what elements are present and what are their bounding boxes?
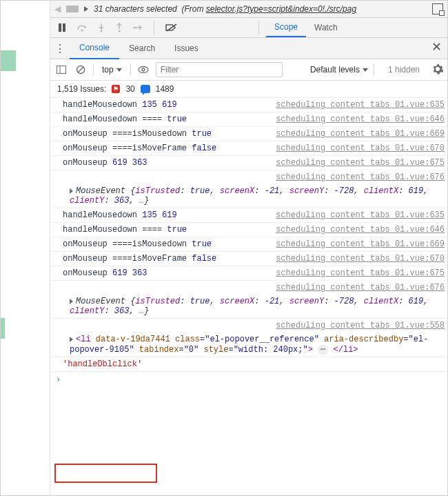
console-row[interactable]: handleMousedown 135 619scheduling_conten… (50, 98, 447, 112)
svg-rect-1 (63, 23, 65, 32)
source-link[interactable]: scheduling_content_tabs_01.vue:669 (272, 239, 445, 249)
source-link[interactable]: scheduling_content_tabs_01.vue:676 (272, 172, 445, 182)
issues-label: 1,519 Issues: (57, 84, 106, 94)
source-link[interactable]: scheduling_content_tabs_01.vue:635 (272, 100, 445, 110)
console-row[interactable]: MouseEvent {isTrusted: true, screenX: -2… (50, 184, 447, 208)
clear-console-icon[interactable] (74, 65, 88, 75)
console-row[interactable]: handleMousedown ==== truescheduling_cont… (50, 112, 447, 127)
info-bubble-icon (141, 85, 150, 93)
step-over-icon[interactable] (77, 23, 88, 32)
console-row[interactable]: onMouseup 619 363scheduling_content_tabs… (50, 156, 447, 170)
scope-watch-tabs: Scope Watch (266, 18, 346, 37)
console-row[interactable]: onMouseup ====isMoveFrame falseschedulin… (50, 141, 447, 156)
deactivate-breakpoints-icon[interactable] (165, 23, 178, 32)
chevron-right-icon[interactable] (84, 6, 88, 12)
error-flag-icon: ⚑ (112, 85, 120, 93)
console-row[interactable]: handleMousedown ==== truescheduling_cont… (50, 223, 447, 237)
source-link[interactable]: scheduling_content_tabs_01.vue:635 (272, 210, 445, 220)
tab-issues[interactable]: Issues (165, 38, 208, 59)
panel-layout-icon[interactable] (432, 3, 443, 14)
source-link[interactable]: selector.js?type=script&index=0!./src/pa… (206, 4, 356, 14)
console-row[interactable]: onMouseup 619 363scheduling_content_tabs… (50, 266, 447, 281)
close-drawer-icon[interactable]: ✕ (431, 41, 442, 53)
gutter-highlight (1, 318, 5, 339)
svg-line-13 (78, 67, 83, 72)
expand-icon[interactable] (70, 188, 73, 194)
source-link[interactable]: scheduling_content_tabs_01.vue:670 (272, 254, 445, 264)
drawer-tabs: ⋮ Console Search Issues ✕ (50, 38, 447, 59)
console-messages[interactable]: handleMousedown 135 619scheduling_conten… (50, 98, 447, 495)
console-row[interactable]: scheduling_content_tabs_01.vue:558 (50, 319, 447, 333)
error-count: 30 (125, 84, 134, 94)
svg-rect-10 (57, 66, 66, 74)
editor-gutter-strip (1, 1, 50, 495)
svg-point-5 (118, 30, 120, 32)
step-out-icon[interactable] (115, 23, 123, 32)
chevron-down-icon (116, 68, 122, 72)
tab-console[interactable]: Console (70, 37, 119, 59)
source-link[interactable]: scheduling_content_tabs_01.vue:646 (272, 115, 445, 124)
console-row[interactable]: onMouseup ====isMousedown truescheduling… (50, 237, 447, 252)
ellipsis-icon[interactable]: ⋯ (318, 345, 328, 355)
source-link[interactable]: scheduling_content_tabs_01.vue:675 (272, 268, 445, 278)
chevron-down-icon (363, 68, 368, 72)
source-link[interactable]: scheduling_content_tabs_01.vue:669 (272, 129, 445, 139)
svg-point-8 (133, 26, 135, 28)
live-expression-icon[interactable] (136, 66, 150, 74)
tab-watch[interactable]: Watch (306, 18, 346, 37)
pause-icon[interactable] (57, 23, 67, 32)
svg-point-2 (81, 29, 83, 31)
step-icon[interactable] (133, 23, 143, 32)
execution-context-selector[interactable]: top (99, 65, 125, 75)
more-tabs-icon[interactable]: ⋮ (50, 42, 70, 55)
tab-search[interactable]: Search (119, 38, 165, 59)
console-row[interactable]: scheduling_content_tabs_01.vue:676 (50, 170, 447, 184)
source-link[interactable]: scheduling_content_tabs_01.vue:676 (272, 283, 445, 292)
gear-icon[interactable] (432, 63, 443, 77)
sidebar-toggle-icon[interactable] (54, 66, 68, 74)
info-count: 1489 (156, 84, 174, 94)
issues-summary[interactable]: 1,519 Issues: ⚑ 30 1489 (50, 81, 447, 98)
gutter-highlight (1, 50, 16, 71)
svg-point-3 (100, 30, 102, 32)
console-row[interactable]: <li data-v-19da7441 class="el-popover__r… (50, 333, 447, 357)
expand-icon[interactable] (70, 337, 73, 342)
source-link[interactable]: scheduling_content_tabs_01.vue:558 (272, 321, 445, 330)
console-row[interactable]: 'handleDblclick' (50, 357, 447, 372)
debugger-toolbar: Scope Watch (50, 18, 447, 38)
console-row[interactable]: onMouseup ====isMousedown truescheduling… (50, 127, 447, 141)
console-prompt[interactable]: › (50, 372, 447, 387)
sources-topbar: ◀ 31 characters selected (From selector.… (50, 1, 447, 18)
source-link[interactable]: scheduling_content_tabs_01.vue:675 (272, 158, 445, 168)
console-row[interactable]: MouseEvent {isTrusted: true, screenX: -2… (50, 295, 447, 319)
hidden-count[interactable]: 1 hidden (388, 65, 420, 75)
tab-stub (66, 6, 79, 12)
step-into-icon[interactable] (97, 23, 105, 32)
selection-status: 31 characters selected (From selector.js… (94, 4, 427, 14)
source-link[interactable]: scheduling_content_tabs_01.vue:646 (272, 225, 445, 235)
tab-scope[interactable]: Scope (266, 18, 306, 37)
svg-rect-0 (59, 23, 61, 32)
console-row[interactable]: scheduling_content_tabs_01.vue:676 (50, 281, 447, 295)
svg-point-14 (139, 67, 148, 73)
log-levels-selector[interactable]: Default levels (310, 65, 368, 75)
filter-input[interactable] (156, 62, 283, 77)
chevron-left-icon[interactable]: ◀ (54, 4, 61, 14)
source-link[interactable]: scheduling_content_tabs_01.vue:670 (272, 143, 445, 153)
expand-icon[interactable] (70, 299, 73, 304)
console-row[interactable]: handleMousedown 135 619scheduling_conten… (50, 208, 447, 223)
svg-point-15 (142, 68, 145, 71)
console-row[interactable]: onMouseup ====isMoveFrame falseschedulin… (50, 252, 447, 266)
console-toolbar: top Default levels 1 hidden (50, 59, 447, 81)
